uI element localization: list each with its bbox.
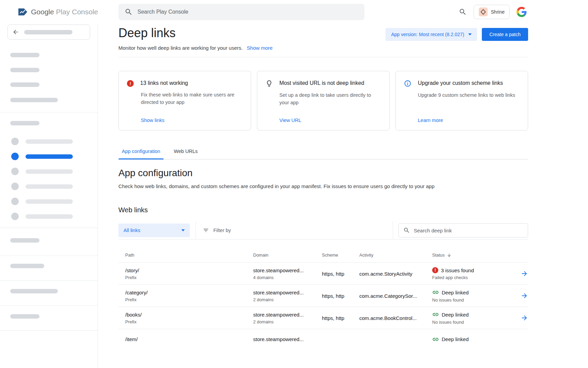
shrine-app-icon [479, 7, 488, 16]
status-badge: Deep linked [432, 336, 514, 343]
skeleton-bar [26, 169, 73, 174]
filter-by-button[interactable]: Filter by [203, 227, 231, 233]
path-type: Prefix [125, 319, 253, 324]
column-header-status[interactable]: Status [432, 252, 514, 258]
domains-count: 4 domains [253, 275, 322, 280]
toolbar-divider [393, 221, 393, 240]
links-filter-dropdown[interactable]: All links [118, 224, 190, 237]
web-links-title: Web links [118, 206, 528, 214]
sidebar-divider [0, 305, 98, 306]
deep-link-scheme: https, http [322, 293, 359, 299]
app-version-selector[interactable]: App version: Most recent (8.2.027) [386, 28, 477, 41]
domains-count: 2 domains [253, 319, 322, 324]
filter-icon [203, 227, 209, 233]
sidebar-back-button[interactable] [7, 25, 90, 40]
card-body: Set up a deep link to take users directl… [279, 92, 380, 107]
open-row-arrow-icon[interactable] [521, 270, 528, 277]
card-most-visited-url: Most visited URL is not deep linked Set … [257, 71, 390, 131]
column-header-domain: Domain [253, 252, 322, 258]
deep-link-path: /story/ [125, 267, 253, 273]
path-type [125, 344, 253, 344]
table-row[interactable]: /story/ Prefix store.steampowered... 4 d… [118, 263, 528, 285]
sidebar-nav-item-active[interactable] [0, 153, 98, 160]
play-console-logo-icon [18, 7, 28, 16]
sidebar-divider [0, 280, 98, 281]
deep-link-search[interactable] [398, 223, 528, 237]
sidebar-nav-item[interactable] [0, 183, 98, 190]
app-version-label: App version: Most recent (8.2.027) [391, 32, 464, 37]
header-actions: App version: Most recent (8.2.027) Creat… [386, 28, 528, 41]
table-row[interactable]: /item/ store.steampowered... Deep linked [118, 329, 528, 351]
search-icon[interactable] [459, 8, 467, 16]
deep-link-activity: com.acme.StoryActivity [359, 271, 432, 277]
column-header-scheme: Scheme [322, 252, 359, 258]
show-links-link[interactable]: Show links [141, 118, 243, 123]
toolbar-divider [196, 221, 196, 240]
filter-by-label: Filter by [213, 228, 231, 233]
table-row[interactable]: /category/ Prefix store.steampowered... … [118, 285, 528, 307]
sidebar-divider [0, 112, 98, 112]
deep-link-activity: com.acme.CategorySor... [359, 293, 432, 299]
deep-link-domain: store.steampowered... [253, 267, 322, 273]
card-title: Upgrade your custom scheme links [418, 80, 503, 86]
back-arrow-icon [12, 29, 19, 35]
play-console-logo[interactable]: Google Play Console [18, 7, 98, 16]
domains-count [253, 344, 322, 344]
status-detail: No issues found [432, 297, 514, 303]
tab-app-configuration[interactable]: App configuration [118, 144, 164, 159]
table-row[interactable]: /books/ Prefix store.steampowered... 2 d… [118, 307, 528, 329]
table-header: Path Domain Scheme Activity Status [118, 240, 528, 263]
section-description: Check how web links, domains, and custom… [118, 183, 528, 189]
link-icon [432, 311, 439, 318]
skeleton-bar [26, 184, 73, 189]
sidebar-nav-item[interactable] [0, 213, 98, 220]
status-badge: Deep linked [432, 289, 514, 296]
skeleton-bar [10, 98, 58, 102]
skeleton-bar [10, 264, 44, 268]
card-title: 13 links not working [140, 80, 188, 86]
sidebar-nav-item[interactable] [0, 168, 98, 175]
tab-bar: App configuration Web URLs [118, 144, 528, 159]
path-type: Prefix [125, 275, 253, 280]
learn-more-link[interactable]: Learn more [418, 118, 520, 123]
create-patch-button[interactable]: Create a patch [482, 28, 528, 41]
open-row-arrow-icon[interactable] [521, 314, 528, 322]
card-body: Upgrade 9 custom scheme links to web lin… [418, 92, 519, 99]
show-more-link[interactable]: Show more [247, 45, 273, 51]
status-badge: ! 3 issues found [432, 267, 514, 273]
skeleton-bar [10, 53, 39, 57]
app-switcher[interactable]: Shrine [474, 5, 510, 19]
skeleton-bar [26, 154, 73, 159]
deep-link-search-input[interactable] [414, 228, 523, 233]
deep-link-path: /books/ [125, 312, 253, 318]
skeleton-bar [26, 139, 73, 144]
top-bar: Google Play Console Shrine [0, 0, 588, 24]
main-content: Deep links Monitor how well deep links a… [98, 24, 588, 368]
insight-cards: ! 13 links not working Fix these web lin… [118, 71, 528, 131]
sidebar-divider [0, 228, 98, 228]
open-row-arrow-icon[interactable] [521, 292, 528, 300]
card-links-not-working: ! 13 links not working Fix these web lin… [118, 71, 251, 131]
sidebar-nav-item[interactable] [0, 198, 98, 205]
google-account-icon[interactable] [517, 7, 527, 17]
status-detail: No issues found [432, 320, 514, 325]
deep-link-path: /category/ [125, 290, 253, 295]
search-icon [403, 227, 410, 234]
tab-web-urls[interactable]: Web URLs [170, 144, 201, 159]
card-upgrade-schemes: Upgrade your custom scheme links Upgrade… [395, 71, 528, 131]
card-title: Most visited URL is not deep linked [279, 80, 364, 86]
deep-link-domain: store.steampowered... [253, 312, 322, 318]
skeleton-bar [10, 289, 58, 293]
skeleton-bar [24, 30, 72, 34]
view-url-link[interactable]: View URL [279, 118, 381, 123]
link-icon [432, 336, 439, 343]
status-detail: Failed app checks [432, 275, 514, 280]
skeleton-bar [10, 68, 39, 72]
card-body: Fix these web links to make sure users a… [141, 91, 242, 106]
global-search[interactable] [118, 4, 364, 20]
global-search-input[interactable] [137, 9, 358, 15]
chevron-down-icon [468, 33, 472, 35]
skeleton-bar [10, 238, 39, 243]
nav-item-icon [11, 183, 19, 190]
sidebar-nav-item[interactable] [0, 138, 98, 145]
